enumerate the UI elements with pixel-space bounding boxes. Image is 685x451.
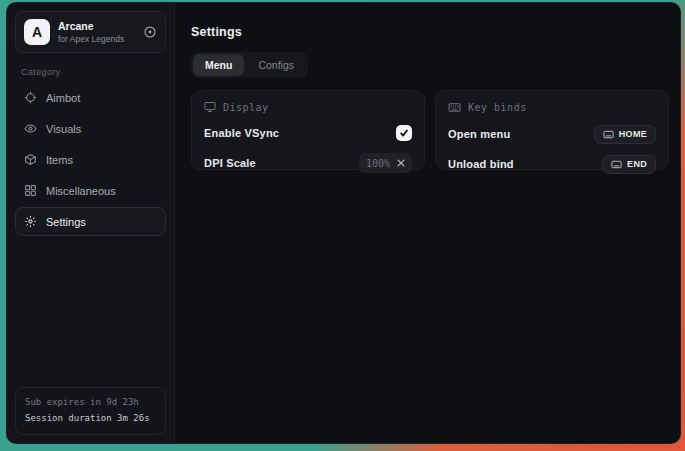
sidebar-item-label: Settings [46, 216, 86, 228]
keyboard-icon [448, 101, 461, 114]
target-circle-icon[interactable] [143, 25, 157, 39]
open-menu-key: HOME [619, 129, 647, 139]
keyboard-icon [603, 129, 614, 140]
sidebar-item-label: Miscellaneous [46, 185, 116, 197]
subscription-info: Sub expires in 9d 23h Session duration 3… [15, 387, 166, 435]
sidebar: A Arcane for Apex Legends Category [7, 3, 175, 443]
open-menu-label: Open menu [448, 128, 510, 140]
display-card: Display Enable VSync DPI Scale 100% [191, 90, 425, 170]
page-title: Settings [191, 25, 669, 39]
app-subtitle: for Apex Legends [58, 34, 124, 44]
grid-icon [24, 184, 37, 197]
vsync-checkbox[interactable] [396, 125, 412, 141]
gear-icon [24, 215, 37, 228]
app-name: Arcane [58, 20, 124, 32]
unload-bind-button[interactable]: END [602, 155, 656, 174]
monitor-icon [204, 101, 216, 113]
open-menu-bind-button[interactable]: HOME [594, 125, 656, 144]
dpi-value: 100% [366, 158, 390, 169]
tab-configs[interactable]: Configs [246, 54, 306, 76]
eye-icon [24, 122, 37, 135]
sidebar-item-settings[interactable]: Settings [15, 207, 166, 236]
cube-icon [24, 153, 37, 166]
sub-expires-text: Sub expires in 9d 23h [25, 395, 156, 410]
main-content: Settings Menu Configs Display [175, 3, 681, 443]
sidebar-item-label: Items [46, 154, 73, 166]
keybinds-card: Key binds Open menu HOME Unload bin [435, 90, 669, 170]
vsync-label: Enable VSync [204, 127, 279, 139]
app-window: A Arcane for Apex Legends Category [6, 2, 681, 444]
app-logo: A [24, 19, 50, 45]
sidebar-item-aimbot[interactable]: Aimbot [15, 83, 166, 112]
sidebar-item-visuals[interactable]: Visuals [15, 114, 166, 143]
clear-icon[interactable] [397, 159, 405, 167]
tab-bar: Menu Configs [191, 52, 308, 78]
app-header-card: A Arcane for Apex Legends [15, 11, 166, 53]
vsync-row: Enable VSync [204, 123, 412, 143]
sidebar-item-label: Aimbot [46, 92, 80, 104]
sidebar-item-label: Visuals [46, 123, 81, 135]
tab-menu[interactable]: Menu [193, 54, 244, 76]
unload-bind-key: END [627, 159, 647, 169]
sidebar-item-items[interactable]: Items [15, 145, 166, 174]
unload-bind-row: Unload bind END [448, 154, 656, 174]
session-duration-text: Session duration 3m 26s [25, 411, 156, 426]
crosshair-icon [24, 91, 37, 104]
dpi-row: DPI Scale 100% [204, 153, 412, 173]
open-menu-row: Open menu HOME [448, 124, 656, 144]
category-label: Category [21, 67, 160, 77]
keyboard-icon [611, 159, 622, 170]
dpi-scale-input[interactable]: 100% [359, 153, 412, 173]
dpi-label: DPI Scale [204, 157, 256, 169]
sidebar-item-miscellaneous[interactable]: Miscellaneous [15, 176, 166, 205]
unload-bind-label: Unload bind [448, 158, 514, 170]
keybinds-card-title: Key binds [468, 102, 527, 113]
check-icon [399, 128, 409, 138]
sidebar-nav: Aimbot Visuals Items [15, 83, 166, 236]
display-card-title: Display [223, 102, 269, 113]
